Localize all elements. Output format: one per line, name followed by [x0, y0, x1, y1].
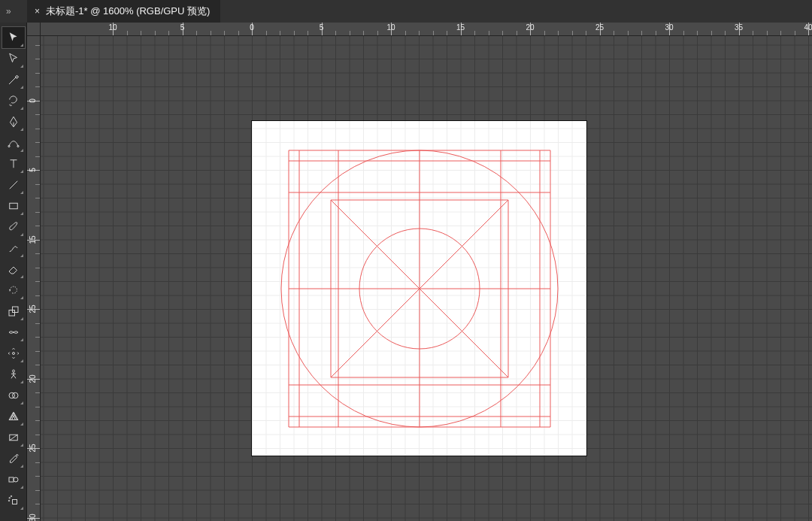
- svg-point-6: [12, 370, 14, 372]
- svg-rect-2: [9, 203, 17, 209]
- svg-rect-12: [12, 500, 17, 504]
- rotate-tool[interactable]: [2, 280, 25, 301]
- gradient-tool[interactable]: [2, 427, 25, 448]
- ruler-tick-label: 0: [29, 98, 37, 103]
- document-tab-bar: » × 未标题-1* @ 1600% (RGB/GPU 预览): [0, 0, 812, 23]
- ruler-tick-label: 25: [29, 304, 37, 313]
- ruler-tick-label: 25: [29, 444, 37, 452]
- svg-point-8: [12, 392, 18, 398]
- horizontal-ruler[interactable]: 1050510152025303540: [41, 23, 812, 36]
- ruler-tick-label: 5: [320, 23, 324, 32]
- ruler-tick-label: 10: [108, 23, 117, 32]
- ruler-tick-label: 5: [29, 168, 37, 172]
- rectangle-tool[interactable]: [2, 195, 25, 217]
- ruler-tick-label: 25: [595, 23, 604, 32]
- pen-tool[interactable]: [2, 111, 25, 132]
- tools-panel: [0, 23, 27, 521]
- svg-rect-3: [9, 310, 15, 317]
- svg-point-13: [9, 498, 11, 499]
- ruler-tick-label: 10: [386, 23, 395, 32]
- panel-collapse-chevrons[interactable]: »: [0, 6, 27, 17]
- ruler-tick-label: 0: [250, 23, 254, 32]
- shaper-tool[interactable]: [2, 238, 25, 259]
- symbol-sprayer-tool[interactable]: [2, 490, 25, 511]
- svg-rect-10: [9, 477, 14, 482]
- width-tool[interactable]: [2, 322, 25, 343]
- ruler-tick-label: 30: [29, 513, 37, 521]
- document-tab[interactable]: × 未标题-1* @ 1600% (RGB/GPU 预览): [27, 0, 220, 23]
- puppet-warp-tool[interactable]: [2, 364, 25, 385]
- ruler-tick-label: 15: [29, 235, 37, 244]
- type-tool[interactable]: [2, 153, 25, 174]
- ruler-tick-label: 20: [29, 374, 37, 383]
- ruler-tick-label: 40: [804, 23, 812, 32]
- ruler-tick-label: 30: [665, 23, 673, 32]
- ruler-tick-label: 5: [180, 23, 185, 32]
- close-tab-icon[interactable]: ×: [35, 6, 40, 17]
- svg-point-15: [8, 500, 10, 501]
- free-transform-tool[interactable]: [2, 343, 25, 364]
- vertical-ruler[interactable]: 051525202530: [27, 36, 41, 521]
- blend-tool[interactable]: [2, 469, 25, 490]
- artboard[interactable]: [252, 121, 586, 456]
- selection-tool[interactable]: [2, 27, 25, 48]
- direct-selection-tool[interactable]: [2, 48, 25, 69]
- canvas-area[interactable]: [41, 36, 812, 521]
- ruler-tick-label: 15: [456, 23, 465, 32]
- lasso-tool[interactable]: [2, 90, 25, 111]
- ruler-tick-label: 35: [735, 23, 743, 32]
- svg-point-11: [14, 477, 18, 482]
- scale-tool[interactable]: [2, 301, 25, 322]
- svg-point-7: [9, 392, 15, 398]
- magic-wand-tool[interactable]: [2, 69, 25, 90]
- curvature-tool[interactable]: [2, 132, 25, 153]
- eyedropper-tool[interactable]: [2, 448, 25, 469]
- ruler-tick-label: 20: [526, 23, 534, 32]
- artwork-guides: [252, 121, 586, 456]
- line-segment-tool[interactable]: [2, 174, 25, 195]
- svg-rect-4: [12, 307, 18, 313]
- document-tab-title: 未标题-1* @ 1600% (RGB/GPU 预览): [46, 5, 210, 18]
- eraser-tool[interactable]: [2, 259, 25, 280]
- perspective-grid-tool[interactable]: [2, 406, 25, 427]
- svg-point-14: [11, 495, 12, 497]
- document-workspace: 1050510152025303540 051525202530: [27, 23, 812, 521]
- shape-builder-tool[interactable]: [2, 385, 25, 406]
- svg-point-5: [12, 353, 14, 355]
- paintbrush-tool[interactable]: [2, 217, 25, 238]
- ruler-origin-corner[interactable]: [27, 23, 41, 36]
